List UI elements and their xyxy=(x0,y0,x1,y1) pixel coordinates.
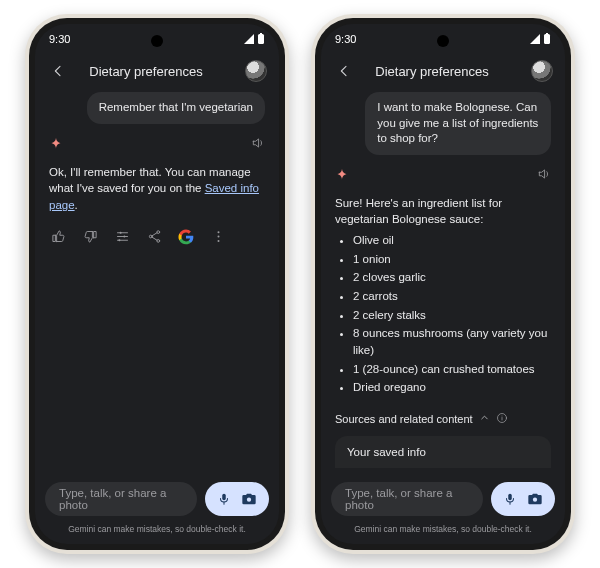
phone-left: 9:30 Dietary preferences xyxy=(25,14,289,554)
svg-point-12 xyxy=(247,498,251,502)
status-indicators xyxy=(529,33,551,45)
svg-point-9 xyxy=(217,236,219,238)
composer: Type, talk, or share a photo xyxy=(321,468,565,524)
svg-rect-13 xyxy=(544,34,550,44)
camera-cutout xyxy=(151,35,163,47)
assistant-response: Ok, I'll remember that. You can manage w… xyxy=(49,164,265,214)
battery-icon xyxy=(257,33,265,45)
list-item: 8 ounces mushrooms (any variety you like… xyxy=(353,325,551,358)
user-message-row: I want to make Bolognese. Can you give m… xyxy=(335,92,551,155)
screen: 9:30 Dietary preferences xyxy=(321,24,565,544)
gemini-spark-icon xyxy=(335,167,349,185)
response-header xyxy=(335,167,551,185)
composer-actions xyxy=(491,482,555,516)
google-search-button[interactable] xyxy=(177,228,195,246)
screen: 9:30 Dietary preferences xyxy=(35,24,279,544)
read-aloud-button[interactable] xyxy=(537,167,551,185)
composer-actions xyxy=(205,482,269,516)
svg-point-2 xyxy=(119,232,121,234)
status-time: 9:30 xyxy=(335,33,356,45)
chevron-up-icon xyxy=(479,412,490,425)
app-bar: Dietary preferences xyxy=(321,54,565,88)
svg-point-4 xyxy=(118,239,120,241)
read-aloud-button[interactable] xyxy=(251,136,265,154)
chat-content: I want to make Bolognese. Can you give m… xyxy=(321,88,565,468)
gemini-spark-icon xyxy=(49,136,63,154)
response-intro: Sure! Here's an ingredient list for vege… xyxy=(335,195,551,228)
assistant-response: Sure! Here's an ingredient list for vege… xyxy=(335,195,551,400)
composer-input[interactable]: Type, talk, or share a photo xyxy=(331,482,483,516)
svg-rect-14 xyxy=(546,33,548,34)
share-button[interactable] xyxy=(145,228,163,246)
info-icon[interactable] xyxy=(496,412,508,426)
avatar[interactable] xyxy=(531,60,553,82)
sources-label: Sources and related content xyxy=(335,413,473,425)
app-bar: Dietary preferences xyxy=(35,54,279,88)
svg-point-10 xyxy=(217,240,219,242)
more-button[interactable] xyxy=(209,228,227,246)
svg-rect-26 xyxy=(508,494,512,500)
list-item: 2 carrots xyxy=(353,288,551,305)
user-message-row: Remember that I'm vegetarian xyxy=(49,92,265,124)
composer: Type, talk, or share a photo xyxy=(35,468,279,524)
status-time: 9:30 xyxy=(49,33,70,45)
svg-point-8 xyxy=(217,231,219,233)
avatar[interactable] xyxy=(245,60,267,82)
chat-content: Remember that I'm vegetarian Ok, I'll re… xyxy=(35,88,279,468)
user-bubble: Remember that I'm vegetarian xyxy=(87,92,265,124)
status-indicators xyxy=(243,33,265,45)
composer-input[interactable]: Type, talk, or share a photo xyxy=(45,482,197,516)
phone-right: 9:30 Dietary preferences xyxy=(311,14,575,554)
user-bubble: I want to make Bolognese. Can you give m… xyxy=(365,92,551,155)
sources-toggle[interactable]: Sources and related content xyxy=(335,412,551,426)
signal-icon xyxy=(529,34,541,44)
mic-button[interactable] xyxy=(503,492,517,506)
list-item: 1 (28-ounce) can crushed tomatoes xyxy=(353,361,551,378)
response-header xyxy=(49,136,265,154)
svg-rect-1 xyxy=(260,33,262,34)
camera-cutout xyxy=(437,35,449,47)
saved-info-header: Your saved info xyxy=(347,446,539,458)
svg-point-27 xyxy=(533,498,537,502)
disclaimer: Gemini can make mistakes, so double-chec… xyxy=(35,524,279,544)
battery-icon xyxy=(543,33,551,45)
page-title: Dietary preferences xyxy=(341,64,523,79)
svg-point-3 xyxy=(123,236,125,238)
composer-placeholder: Type, talk, or share a photo xyxy=(59,487,183,511)
ingredient-list: Olive oil 1 onion 2 cloves garlic 2 carr… xyxy=(341,232,551,396)
camera-button[interactable] xyxy=(527,492,543,506)
list-item: 1 onion xyxy=(353,251,551,268)
composer-placeholder: Type, talk, or share a photo xyxy=(345,487,469,511)
saved-info-card[interactable]: Your saved info Info you asked Gemini to… xyxy=(335,436,551,468)
mic-button[interactable] xyxy=(217,492,231,506)
list-item: Dried oregano xyxy=(353,379,551,396)
response-actions xyxy=(49,228,265,246)
svg-rect-0 xyxy=(258,34,264,44)
list-item: Olive oil xyxy=(353,232,551,249)
signal-icon xyxy=(243,34,255,44)
disclaimer: Gemini can make mistakes, so double-chec… xyxy=(321,524,565,544)
thumbs-up-button[interactable] xyxy=(49,228,67,246)
list-item: 2 celery stalks xyxy=(353,307,551,324)
camera-button[interactable] xyxy=(241,492,257,506)
thumbs-down-button[interactable] xyxy=(81,228,99,246)
list-item: 2 cloves garlic xyxy=(353,269,551,286)
svg-rect-11 xyxy=(222,494,226,500)
response-text-b: . xyxy=(75,199,78,211)
tune-button[interactable] xyxy=(113,228,131,246)
page-title: Dietary preferences xyxy=(55,64,237,79)
